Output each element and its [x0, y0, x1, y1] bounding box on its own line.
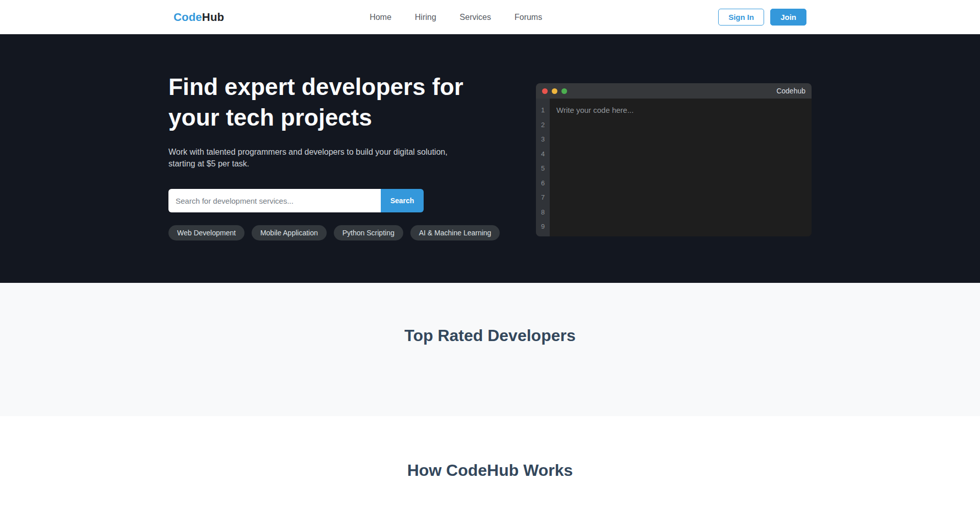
- code-placeholder: Write your code here...: [556, 106, 633, 114]
- nav-link-forums[interactable]: Forums: [514, 13, 542, 22]
- how-it-works-heading: How CodeHub Works: [0, 461, 980, 480]
- maximize-traffic-light-icon: [561, 88, 567, 94]
- editor-window-title: Codehub: [776, 87, 805, 95]
- editor-titlebar: Codehub: [536, 83, 812, 99]
- line-number: 9: [536, 220, 550, 234]
- auth-buttons: Sign In Join: [718, 9, 806, 26]
- code-input-area[interactable]: Write your code here...: [550, 99, 812, 236]
- hero-title: Find expert developers for your tech pro…: [168, 71, 500, 133]
- hero-title-line1: Find expert developers for: [168, 71, 500, 102]
- top-rated-developers-section: Top Rated Developers: [0, 283, 980, 416]
- hero-section: Find expert developers for your tech pro…: [0, 34, 980, 283]
- tag-ai-machine-learning[interactable]: AI & Machine Learning: [410, 225, 500, 240]
- sign-in-button[interactable]: Sign In: [718, 9, 764, 26]
- nav-link-home[interactable]: Home: [370, 13, 391, 22]
- navbar: CodeHub Home Hiring Services Forums Sign…: [0, 0, 980, 34]
- code-editor-window: Codehub 1 2 3 4 5 6 7 8 9 Write your cod…: [536, 83, 812, 236]
- brand-logo-secondary: Hub: [202, 11, 224, 23]
- brand-logo-primary: Code: [174, 11, 202, 23]
- brand-logo[interactable]: CodeHub: [174, 11, 224, 24]
- tag-mobile-application[interactable]: Mobile Application: [252, 225, 327, 240]
- line-number: 5: [536, 161, 550, 176]
- minimize-traffic-light-icon: [552, 88, 557, 94]
- tag-python-scripting[interactable]: Python Scripting: [334, 225, 403, 240]
- editor-line-numbers: 1 2 3 4 5 6 7 8 9: [536, 99, 550, 236]
- line-number: 8: [536, 205, 550, 220]
- line-number: 6: [536, 176, 550, 191]
- how-codehub-works-section: How CodeHub Works: [0, 416, 980, 507]
- editor-body: 1 2 3 4 5 6 7 8 9 Write your code here..…: [536, 99, 812, 236]
- search-button[interactable]: Search: [381, 189, 424, 212]
- search-input[interactable]: [168, 189, 381, 212]
- nav-link-hiring[interactable]: Hiring: [415, 13, 436, 22]
- top-rated-heading: Top Rated Developers: [0, 326, 980, 345]
- nav-links: Home Hiring Services Forums: [370, 13, 542, 22]
- close-traffic-light-icon: [542, 88, 548, 94]
- hero-subtitle: Work with talented programmers and devel…: [168, 146, 452, 170]
- hero-title-line2: your tech projects: [168, 102, 500, 133]
- line-number: 2: [536, 118, 550, 133]
- search-bar: Search: [168, 189, 424, 212]
- nav-link-services[interactable]: Services: [460, 13, 491, 22]
- line-number: 3: [536, 132, 550, 147]
- join-button[interactable]: Join: [770, 9, 806, 26]
- popular-tags: Web Development Mobile Application Pytho…: [168, 225, 500, 240]
- line-number: 7: [536, 190, 550, 205]
- tag-web-development[interactable]: Web Development: [168, 225, 244, 240]
- line-number: 4: [536, 147, 550, 162]
- line-number: 1: [536, 103, 550, 118]
